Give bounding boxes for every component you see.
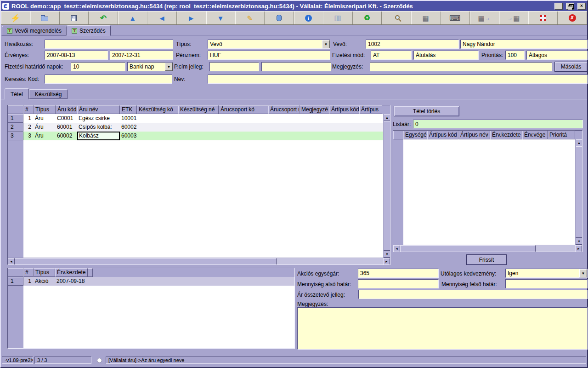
window-view-button[interactable]: ▥ (323, 12, 353, 24)
scrollbar-thumb[interactable] (15, 258, 277, 265)
col-header-artipus-kod[interactable]: Ártípus kód (329, 105, 359, 114)
keyboard-input-button[interactable]: ⌨ (441, 12, 470, 24)
chevron-down-icon[interactable]: ▼ (579, 269, 587, 277)
table-row[interactable]: 2 Áru 60001 Csípős kolbá: 60002 (23, 123, 383, 132)
hatarido-field[interactable] (71, 62, 125, 71)
exit-button[interactable]: ✗ (558, 12, 587, 24)
ervenyes-to-field[interactable] (110, 51, 173, 60)
col-header-blank[interactable] (88, 268, 93, 277)
export-table-button[interactable]: ▦→ (470, 12, 499, 24)
last-record-button[interactable]: ▼ (206, 12, 236, 24)
col-header-erv-kezdete[interactable]: Érv.kezdete (55, 268, 88, 277)
col-header-erv-kezdete[interactable]: Érv.kezdete (490, 131, 522, 139)
refresh-button[interactable]: ♻ (353, 12, 382, 24)
table-row[interactable]: 1 Akció 2007-09-18 (23, 277, 294, 286)
col-header-keszultseg-kod[interactable]: Készültség kó (137, 105, 178, 114)
col-header-erv-vege[interactable]: Érv.vége (522, 131, 548, 139)
tetel-torles-button[interactable]: Tétel törlés (394, 106, 459, 116)
pcim-field-2[interactable] (261, 62, 331, 71)
open-button[interactable] (30, 12, 60, 24)
col-header-arucsoport-kod[interactable]: Árucsoport kó (219, 105, 268, 114)
row-number[interactable]: 1 (8, 277, 23, 286)
ar-osszetevo-field[interactable] (358, 290, 588, 299)
col-header-tipus[interactable]: Típus (34, 268, 55, 277)
first-record-button[interactable]: ▲ (118, 12, 147, 24)
import-table-button[interactable]: →▦ (499, 12, 529, 24)
col-header-aru-kod[interactable]: Áru kód (56, 105, 77, 114)
items-grid-vscrollbar[interactable]: ▲ ▼ (383, 114, 390, 258)
col-header-prioritas[interactable]: Prioritá (548, 131, 575, 139)
edit-button[interactable]: ✎ (235, 12, 265, 24)
next-record-button[interactable]: ▶ (177, 12, 206, 24)
scrollbar-track[interactable] (536, 245, 575, 252)
col-header-keszultseg-nev[interactable]: Készültség né (178, 105, 219, 114)
mennyiseg-felso-field[interactable] (505, 279, 588, 288)
col-header-artipus-nev[interactable]: Ártípus név (458, 131, 490, 139)
scrollbar-thumb[interactable] (400, 245, 536, 252)
active-edit-cell[interactable]: Kolbász (77, 132, 120, 140)
fizetesi-mod-name-field[interactable] (413, 51, 479, 60)
col-header-etk[interactable]: ETK (120, 105, 137, 114)
chevron-down-icon[interactable]: ▼ (322, 40, 330, 48)
col-header-artipus[interactable]: Ártípus (359, 105, 382, 114)
selection-button[interactable] (528, 12, 558, 24)
execute-button[interactable]: ⚡ (1, 12, 30, 24)
row-number[interactable]: 3 (8, 132, 23, 140)
megjegyzes-field[interactable] (370, 62, 552, 71)
save-button[interactable] (60, 12, 89, 24)
scroll-right-icon[interactable]: ► (383, 258, 390, 265)
frissit-button[interactable]: Frissít (466, 254, 507, 265)
tab-keszultseg[interactable]: Készültség (29, 89, 68, 99)
fizetesi-mod-code-field[interactable] (371, 51, 412, 60)
scroll-up-icon[interactable]: ▲ (576, 139, 582, 146)
scroll-up-icon[interactable]: ▲ (384, 114, 390, 121)
undo-button[interactable]: ↶ (89, 12, 118, 24)
col-header-artipus-kod[interactable]: Ártípus kód (427, 131, 458, 139)
pcim-field-1[interactable] (209, 62, 259, 71)
table-view-button[interactable]: ▦ (411, 12, 441, 24)
vevo-code-field[interactable] (366, 40, 459, 49)
prioritas-value-field[interactable] (505, 51, 525, 60)
kereses-kod-field[interactable] (45, 75, 172, 84)
col-header-num[interactable]: # (23, 105, 34, 114)
vevo-name-field[interactable] (460, 40, 588, 49)
restore-button[interactable] (566, 3, 574, 10)
minimize-button[interactable]: _ (554, 3, 563, 10)
ervenyes-from-field[interactable] (45, 51, 108, 60)
scrollbar-track[interactable] (277, 258, 383, 264)
col-header-egysegar[interactable]: Egységé (403, 131, 427, 139)
col-header-megjegyzes[interactable]: Megjegyzé (300, 105, 329, 114)
col-header-tipus[interactable]: Típus (34, 105, 56, 114)
hatarido-mode-dropdown[interactable]: Banki nap ▼ (127, 62, 173, 71)
prioritas-name-field[interactable] (526, 51, 588, 60)
close-button[interactable]: × (577, 3, 586, 10)
scroll-right-icon[interactable]: ► (575, 245, 582, 252)
tipus-dropdown[interactable]: Vevő ▼ (208, 40, 330, 49)
col-header-arucsoport-nev[interactable]: Árucsoport né (268, 105, 300, 114)
col-header-num[interactable]: # (23, 268, 34, 277)
price-grid-hscrollbar[interactable]: ◄ ► (393, 245, 582, 252)
tab-szerzodes[interactable]: T Szerződés (67, 25, 111, 36)
scroll-left-icon[interactable]: ◄ (8, 258, 15, 265)
listaar-field[interactable] (413, 120, 583, 128)
search-button[interactable] (382, 12, 411, 24)
tab-vevoi-megrendeles[interactable]: T Vevői megrendelés (2, 26, 67, 35)
penznem-field[interactable] (208, 51, 330, 60)
row-number[interactable]: 2 (8, 123, 23, 132)
masolas-button[interactable]: Másolás (554, 62, 588, 72)
chevron-down-icon[interactable]: ▼ (165, 63, 173, 71)
tab-tetel[interactable]: Tétel (5, 88, 29, 99)
kereses-nev-field[interactable] (208, 75, 588, 84)
scrollbar-thumb[interactable] (384, 121, 390, 251)
hivatkozas-field[interactable] (45, 40, 173, 49)
table-row[interactable]: 1 Áru C0001 Egész csirke 10001 (23, 114, 383, 123)
mennyiseg-also-field[interactable] (358, 279, 439, 288)
previous-record-button[interactable]: ◀ (147, 12, 177, 24)
row-number[interactable]: 1 (8, 114, 23, 123)
scroll-down-icon[interactable]: ▼ (384, 251, 390, 258)
database-button[interactable] (265, 12, 294, 24)
col-header-aru-nev[interactable]: Áru név (77, 105, 120, 114)
scroll-left-icon[interactable]: ◄ (393, 245, 400, 252)
akcios-egysegar-field[interactable] (358, 269, 439, 278)
utolagos-kedvezmeny-dropdown[interactable]: Igen ▼ (505, 269, 588, 278)
